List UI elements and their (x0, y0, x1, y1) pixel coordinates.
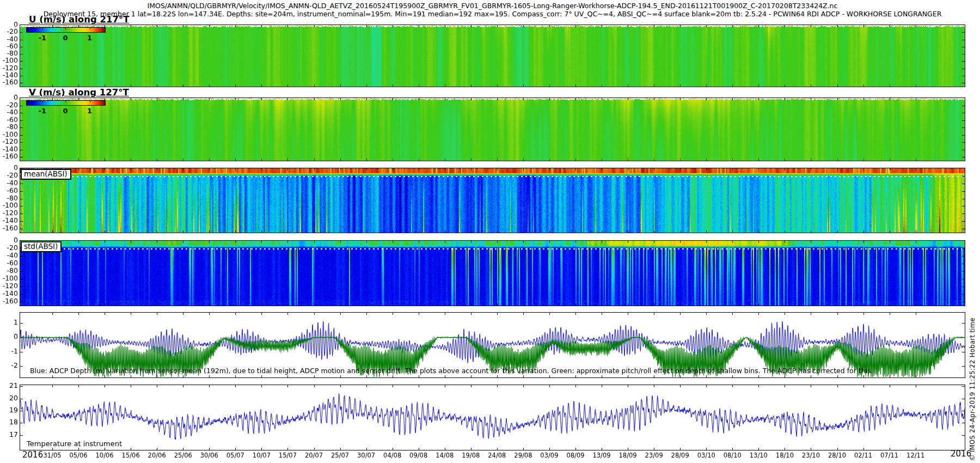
colorbar-tick-label: -1 (39, 34, 46, 42)
y-tick-label: 18 (0, 418, 18, 427)
figure-root: IMOS/ANMN/QLD/GBRMYR/Velocity/IMOS_ANMN-… (0, 0, 980, 463)
y-tick-label: 0 (0, 332, 18, 341)
x-date-label: 03/10 (697, 452, 715, 459)
x-date-label: 05/07 (226, 452, 244, 459)
colorbar-tick-label: 1 (87, 34, 92, 42)
colorbar-tick (90, 101, 90, 102)
colorbar-tick-label: 1 (87, 107, 92, 115)
x-date-label: 09/08 (409, 452, 427, 459)
v-heatmap-canvas (20, 98, 965, 161)
x-date-label: 15/07 (279, 452, 297, 459)
std-absi-label: std(ABSI) (21, 241, 62, 252)
figure-subtitle-deployment: Deployment 15, member 1 lat=18.22S lon=1… (20, 10, 965, 18)
mean-absi-label: mean(ABSI) (21, 169, 71, 180)
u-panel-title: U (m/s) along 217°T (29, 14, 129, 25)
x-date-label: 13/09 (592, 452, 610, 459)
y-tick-label: 19 (0, 406, 18, 415)
colorbar-tick (42, 101, 43, 102)
x-date-label: 14/08 (436, 452, 454, 459)
u-velocity-heatmap-panel: -101 (20, 25, 965, 87)
year-label-left: 2016 (22, 450, 43, 460)
x-date-label: 08/10 (724, 452, 742, 459)
x-date-label: 23/10 (802, 452, 820, 459)
y-tick-label: -2 (0, 361, 18, 370)
x-date-label: 13/10 (750, 452, 768, 459)
v-panel-title: V (m/s) along 127°T (29, 87, 129, 98)
x-date-label: 18/10 (776, 452, 794, 459)
x-date-label: 29/08 (514, 452, 532, 459)
x-date-label: 10/06 (96, 452, 114, 459)
x-date-label: 02/11 (854, 452, 872, 459)
mean-absi-heatmap-canvas (20, 168, 965, 233)
x-date-label: 08/09 (566, 452, 584, 459)
y-tick-label: 20 (0, 394, 18, 403)
x-date-label: 07/11 (880, 452, 898, 459)
colorbar-tick-label: 0 (63, 107, 68, 115)
mean-absi-heatmap-panel: mean(ABSI) (20, 168, 965, 233)
x-date-label: 31/05 (43, 452, 61, 459)
x-date-label: 12/11 (906, 452, 924, 459)
colorbar-tick (90, 28, 90, 29)
x-date-label: 25/07 (331, 452, 349, 459)
y-tick-label: -160 (0, 78, 18, 87)
colorbar-tick-label: 0 (63, 34, 68, 42)
x-date-label: 20/06 (148, 452, 166, 459)
u-heatmap-canvas (20, 25, 965, 87)
x-date-label: 18/09 (619, 452, 637, 459)
x-date-label: 15/06 (122, 452, 140, 459)
depth-annotation: Blue: ADCP Depth (m) variation from sens… (30, 367, 873, 375)
x-date-label: 10/07 (253, 452, 271, 459)
y-tick-label: -1 (0, 347, 18, 356)
x-date-label: 23/09 (645, 452, 663, 459)
u-colorbar: -101 (26, 27, 106, 45)
v-velocity-heatmap-panel: -101 (20, 98, 965, 161)
x-date-label: 20/07 (305, 452, 323, 459)
x-date-label: 30/07 (357, 452, 375, 459)
v-colorbar: -101 (26, 100, 106, 118)
x-date-label: 19/08 (462, 452, 480, 459)
imos-watermark: © IMOS 24-Apr-2019 11:25:22 Hobart time (969, 318, 976, 461)
x-date-label: 28/10 (828, 452, 846, 459)
y-tick-label: -160 (0, 224, 18, 233)
y-tick-label: 17 (0, 430, 18, 439)
x-date-label: 03/09 (540, 452, 558, 459)
y-tick-label: -160 (0, 297, 18, 306)
colorbar-tick (65, 28, 66, 29)
colorbar-gradient (26, 27, 106, 33)
temperature-canvas (20, 385, 965, 450)
colorbar-gradient (26, 100, 106, 106)
depth-variation-line-panel: Blue: ADCP Depth (m) variation from sens… (20, 312, 965, 378)
y-tick-label: 1 (0, 318, 18, 327)
x-date-label: 04/08 (383, 452, 401, 459)
x-date-label: 05/06 (69, 452, 87, 459)
temperature-label: Temperature at instrument (27, 440, 122, 448)
std-absi-heatmap-canvas (20, 241, 965, 306)
colorbar-tick (65, 101, 66, 102)
y-tick-label: 21 (0, 381, 18, 390)
colorbar-tick-label: -1 (39, 107, 46, 115)
x-date-label: 30/06 (200, 452, 218, 459)
std-absi-heatmap-panel: std(ABSI) (20, 240, 965, 306)
x-date-label: 25/06 (174, 452, 192, 459)
colorbar-tick (42, 28, 43, 29)
y-tick-label: -160 (0, 152, 18, 161)
x-date-label: 28/09 (671, 452, 689, 459)
temperature-line-panel: Temperature at instrument (20, 385, 965, 450)
figure-title-filename: IMOS/ANMN/QLD/GBRMYR/Velocity/IMOS_ANMN-… (20, 2, 965, 10)
x-date-label: 24/08 (488, 452, 506, 459)
